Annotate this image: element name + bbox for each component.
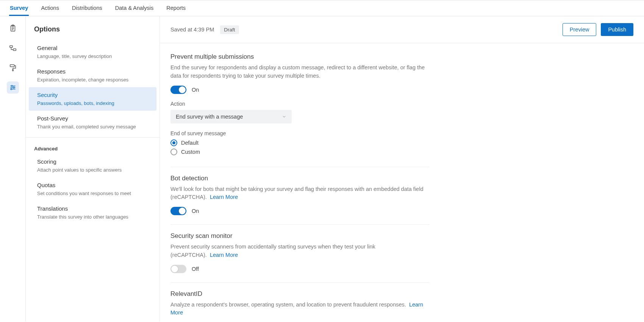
radio-label: Custom (181, 149, 200, 155)
section-relevant-id: RelevantID Analyze a respondent's browse… (170, 289, 430, 322)
action-select[interactable]: End survey with a message (170, 110, 292, 123)
sidebar-item-post-survey[interactable]: Post-Survey Thank you email, completed s… (29, 111, 156, 134)
sidebar-item-label: Responses (37, 68, 148, 75)
radio-input[interactable] (170, 139, 177, 146)
flow-icon[interactable] (7, 42, 19, 54)
draft-badge: Draft (220, 25, 239, 34)
svg-point-10 (11, 85, 12, 86)
learn-more-link[interactable]: Learn More (210, 252, 238, 258)
sidebar-item-desc: Expiration, incomplete, change responses (37, 77, 148, 83)
sidebar-item-label: Quotas (37, 182, 148, 188)
svg-rect-8 (12, 70, 13, 71)
paint-roller-icon[interactable] (7, 62, 19, 74)
sidebar-item-label: Post-Survey (37, 115, 148, 122)
side-panel-title: Options (26, 23, 159, 40)
tab-reports[interactable]: Reports (166, 0, 186, 16)
clipboard-icon[interactable] (7, 22, 19, 34)
sidebar-item-desc: Thank you email, completed survey messag… (37, 124, 148, 130)
radio-custom[interactable]: Custom (170, 148, 430, 155)
sidebar-item-desc: Passwords, uploads, bots, indexing (37, 100, 148, 106)
svg-rect-6 (13, 49, 16, 51)
sidebar-item-label: General (37, 45, 148, 51)
sidebar-item-label: Translations (37, 205, 148, 212)
tab-distributions[interactable]: Distributions (71, 0, 103, 16)
sidebar-item-translations[interactable]: Translations Translate this survey into … (29, 201, 156, 224)
saved-text: Saved at 4:39 PM (170, 27, 214, 33)
section-desc: End the survey for respondents and displ… (170, 64, 430, 80)
radio-default[interactable]: Default (170, 139, 430, 146)
svg-point-12 (13, 87, 14, 88)
toggle-bot-detection[interactable] (170, 207, 186, 215)
sidebar-item-label: Security (37, 92, 148, 98)
svg-point-14 (11, 89, 12, 90)
sidebar-item-scoring[interactable]: Scoring Attach point values to specific … (29, 154, 156, 177)
section-bot-detection: Bot detection We'll look for bots that m… (170, 173, 430, 225)
svg-rect-7 (10, 65, 14, 67)
side-panel: Options General Language, title, survey … (26, 16, 160, 322)
toggle-security-scan[interactable] (170, 265, 186, 273)
radio-label: Default (181, 140, 199, 146)
sidebar-item-quotas[interactable]: Quotas Set conditions you want responses… (29, 177, 156, 201)
section-title: Prevent multiple submissions (170, 53, 430, 61)
sidebar-item-desc: Attach point values to specific answers (37, 167, 148, 173)
section-title: RelevantID (170, 290, 430, 298)
preview-button[interactable]: Preview (563, 23, 597, 36)
tab-data-analysis[interactable]: Data & Analysis (114, 0, 155, 16)
radio-input[interactable] (170, 148, 177, 155)
section-security-scan: Security scan monitor Prevent security s… (170, 231, 430, 283)
tab-actions[interactable]: Actions (40, 0, 60, 16)
toggle-label: On (192, 87, 199, 93)
learn-more-link[interactable]: Learn More (210, 194, 238, 200)
section-desc: We'll look for bots that might be taking… (170, 185, 430, 202)
section-title: Bot detection (170, 175, 430, 182)
action-label: Action (170, 101, 430, 107)
sidebar-item-responses[interactable]: Responses Expiration, incomplete, change… (29, 64, 156, 87)
left-rail (0, 16, 26, 322)
side-group-advanced: Advanced (26, 141, 159, 154)
section-prevent-multiple: Prevent multiple submissions End the sur… (170, 52, 430, 167)
svg-rect-5 (9, 46, 12, 48)
top-tabs: Survey Actions Distributions Data & Anal… (0, 0, 644, 16)
section-title: Security scan monitor (170, 232, 430, 240)
toggle-label: Off (192, 266, 199, 272)
main-header: Saved at 4:39 PM Draft Preview Publish (160, 16, 644, 43)
section-desc: Prevent security scanners from accidenta… (170, 243, 430, 259)
action-select-value: End survey with a message (176, 114, 243, 120)
sidebar-item-security[interactable]: Security Passwords, uploads, bots, index… (29, 87, 156, 111)
chevron-down-icon (282, 114, 286, 119)
sidebar-item-desc: Translate this survey into other languag… (37, 214, 148, 220)
section-desc: Analyze a respondent's browser, operatin… (170, 301, 430, 317)
sidebar-item-label: Scoring (37, 158, 148, 165)
eos-label: End of survey message (170, 130, 430, 136)
main: Saved at 4:39 PM Draft Preview Publish P… (160, 16, 644, 322)
toggle-label: On (192, 208, 199, 214)
sidebar-item-general[interactable]: General Language, title, survey descript… (29, 40, 156, 64)
divider (26, 137, 159, 138)
sidebar-item-desc: Set conditions you want responses to mee… (37, 191, 148, 196)
tab-survey[interactable]: Survey (9, 0, 29, 16)
sliders-icon[interactable] (7, 81, 19, 94)
sidebar-item-desc: Language, title, survey description (37, 53, 148, 59)
publish-button[interactable]: Publish (601, 23, 633, 36)
toggle-prevent-multiple[interactable] (170, 86, 186, 94)
